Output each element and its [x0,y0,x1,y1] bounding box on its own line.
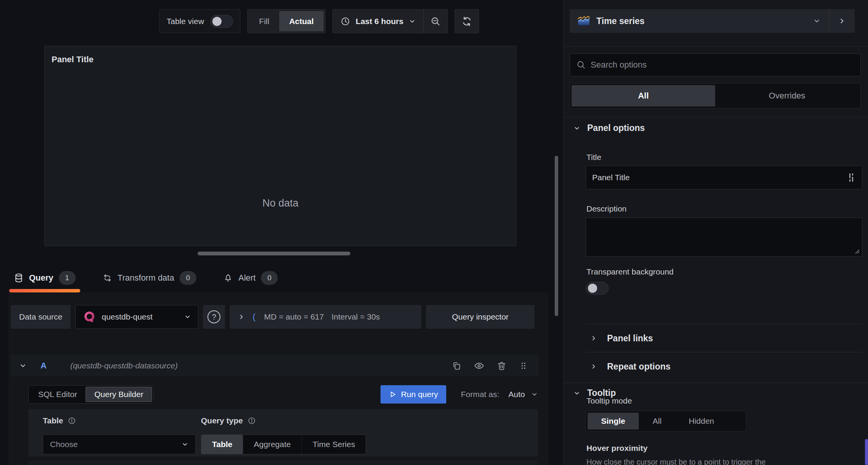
actual-option[interactable]: Actual [279,11,324,31]
query-type-field-label: Query type [201,416,256,425]
panel-title-input[interactable] [592,173,848,182]
chevron-down-icon [531,391,538,398]
run-query-label: Run query [401,390,438,399]
refresh-button[interactable] [455,10,479,33]
options-tab-overrides[interactable]: Overrides [715,85,859,107]
chevron-right-icon [590,335,597,342]
tooltip-mode-hidden[interactable]: Hidden [675,413,727,429]
table-select[interactable]: Choose [43,434,196,454]
tooltip-mode-single[interactable]: Single [588,413,639,429]
format-as-select[interactable]: Auto [508,390,538,399]
table-label-text: Table [43,416,63,425]
tab-query-count: 1 [59,271,76,285]
query-inspector-button[interactable]: Query inspector [426,305,534,329]
info-icon [248,417,256,425]
transform-icon [102,273,112,283]
collapse-pane-button[interactable] [829,9,855,33]
duplicate-query-icon[interactable] [452,361,462,371]
zoom-out-button[interactable] [424,10,447,33]
search-options-input[interactable] [591,60,854,70]
chevron-down-icon[interactable] [19,362,27,370]
panel-options-heading: Panel options [587,123,645,133]
zoom-out-icon [430,16,441,27]
table-view-toggle[interactable] [210,15,233,28]
query-editor-pane: Data source questdb-quest ? [8,292,549,465]
fill-actual-switcher: Fill Actual [247,9,326,33]
bell-icon [223,273,233,283]
max-data-points-summary: MD = auto = 617 [264,312,324,321]
panel-links-section[interactable]: Panel links [590,326,653,350]
editor-tabs: Query 1 Transform data 0 Alert 0 [9,267,282,289]
tab-alert[interactable]: Alert 0 [219,267,282,289]
refresh-icon [462,16,472,27]
chevron-down-icon [181,441,188,448]
run-query-button[interactable]: Run query [381,385,447,404]
datasource-picker[interactable]: questdb-quest [75,305,198,329]
refresh-group [455,9,479,33]
field-divider [586,324,862,324]
datasource-row: Data source questdb-quest ? [11,305,534,329]
time-range-label: Last 6 hours [356,17,403,26]
tab-query-label: Query [29,273,53,283]
table-view-control: Table view [159,9,240,33]
fill-option[interactable]: Fill [249,11,279,31]
section-divider [564,383,868,383]
transparent-background-toggle[interactable] [586,282,609,295]
options-tab-all[interactable]: All [572,85,715,107]
query-builder-option[interactable]: Query Builder [86,387,152,402]
panel-editor-toolbar: Table view Fill Actual Last 6 hours [159,9,479,33]
hover-proximity-label: Hover proximity [586,444,648,453]
query-type-table[interactable]: Table [201,435,243,454]
panel-description-field[interactable] [586,218,862,257]
database-icon [14,273,24,283]
panel-links-label: Panel links [607,333,653,344]
horizontal-scrollbar[interactable] [198,252,350,255]
chevron-down-icon [184,313,191,320]
tab-alert-count: 0 [261,271,278,285]
options-clipped-text: ( [253,312,256,322]
table-view-label: Table view [167,17,204,26]
repeat-options-section[interactable]: Repeat options [590,354,670,379]
tab-transform-count: 0 [180,271,196,285]
chevron-right-icon [590,363,597,370]
visualization-picker[interactable]: Time series [570,9,855,33]
table-select-value: Choose [50,440,181,449]
next-section-card [28,460,538,465]
query-type-aggregate[interactable]: Aggregate [243,435,302,454]
info-icon [68,417,76,425]
query-options-summary[interactable]: ( MD = auto = 617 Interval = 30s [230,305,421,329]
delete-query-icon[interactable] [497,361,507,371]
search-options-box[interactable] [570,53,861,76]
datasource-label: Data source [11,305,71,329]
variable-suggestion-icon [848,172,856,183]
vertical-scrollbar[interactable] [555,156,558,316]
tooltip-mode-all[interactable]: All [639,413,675,429]
query-type-time-series[interactable]: Time Series [302,435,366,454]
sql-editor-option[interactable]: SQL Editor [30,387,86,402]
right-edge-scrollbar[interactable] [865,439,868,465]
tab-transform-data[interactable]: Transform data 0 [98,267,201,289]
time-picker-group: Last 6 hours [332,9,448,33]
field-divider [586,352,862,352]
editor-mode-switcher: SQL Editor Query Builder [28,385,154,404]
visualization-name: Time series [596,16,645,26]
question-icon: ? [207,310,220,323]
resize-handle-icon[interactable] [854,248,860,254]
datasource-help-button[interactable]: ? [203,305,225,329]
hide-query-icon[interactable] [474,360,484,371]
no-data-message: No data [45,197,516,209]
panel-options-section-header[interactable]: Panel options [573,123,645,133]
table-field-label: Table [43,416,76,425]
tab-query[interactable]: Query 1 [9,267,80,289]
query-ref-id: A [40,361,47,371]
query-datasource-hint: (questdb-questdb-datasource) [70,361,178,370]
tooltip-mode-switcher: Single All Hidden [586,411,746,431]
query-mode-row: SQL Editor Query Builder Run query Forma… [28,385,538,404]
drag-handle-icon[interactable] [519,361,528,370]
questdb-logo-icon [83,310,96,324]
play-icon [389,391,397,398]
time-range-picker[interactable]: Last 6 hours [333,10,423,33]
interval-summary: Interval = 30s [332,312,380,321]
time-series-viz-icon [577,16,590,26]
query-row-header[interactable]: A (questdb-questdb-datasource) [11,355,539,376]
